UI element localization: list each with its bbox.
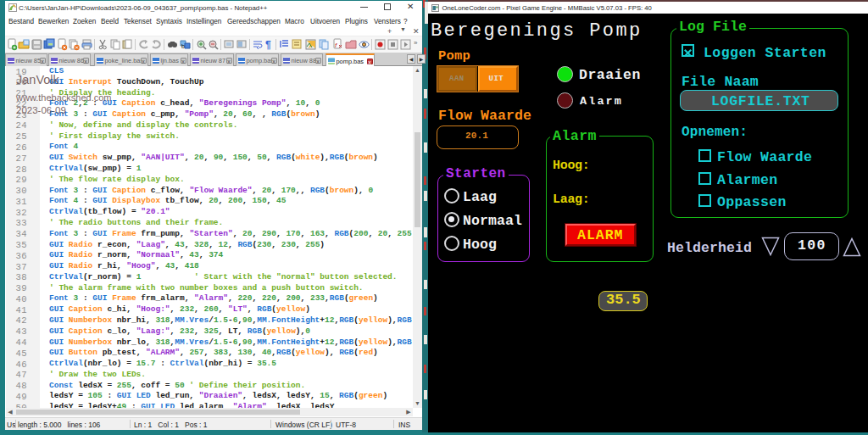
svg-text:¶: ¶ xyxy=(265,39,271,51)
svg-text:b: b xyxy=(181,43,185,49)
